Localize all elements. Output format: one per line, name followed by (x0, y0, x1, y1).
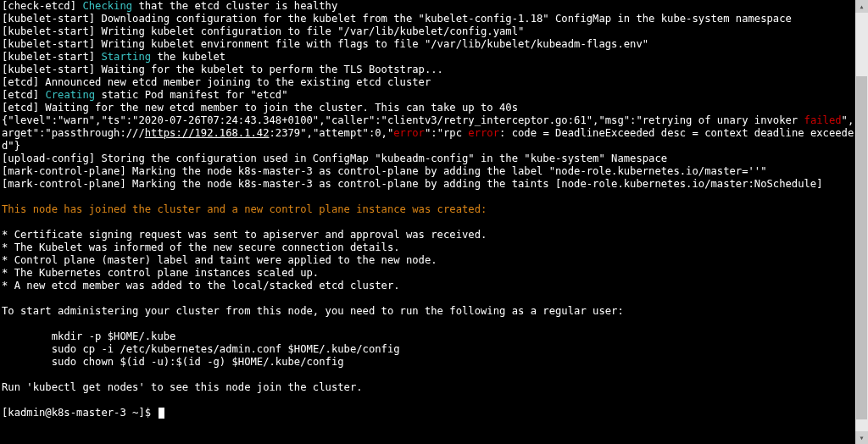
terminal-line: [check-etcd] Checking that the etcd clus… (2, 0, 866, 13)
terminal-line: mkdir -p $HOME/.kube (2, 330, 866, 343)
terminal-line: * Certificate signing request was sent t… (2, 229, 866, 241)
terminal-text: :2379","attempt":0," (270, 127, 394, 139)
terminal-text: * Certificate signing request was sent t… (2, 229, 487, 241)
terminal-line: [kubelet-start] Waiting for the kubelet … (2, 64, 866, 76)
scroll-up-button[interactable]: ▴ (855, 0, 868, 13)
terminal-text: error (393, 127, 425, 139)
terminal-text: the kubelet (151, 51, 225, 63)
terminal-text: {"level":"warn","ts":"2020-07-26T07:24:4… (2, 114, 804, 126)
terminal-text: sudo chown $(id -u):$(id -g) $HOME/.kube… (2, 356, 344, 368)
terminal-text: [check-etcd] (2, 0, 82, 12)
terminal-line: {"level":"warn","ts":"2020-07-26T07:24:4… (2, 114, 866, 153)
terminal-text: [kubelet-start] Waiting for the kubelet … (2, 64, 443, 75)
cursor-icon (159, 408, 164, 419)
terminal-text: Creating (45, 89, 95, 101)
terminal-line: * Control plane (master) label and taint… (2, 254, 866, 267)
terminal-text: Starting (101, 51, 151, 63)
terminal-line: [kubelet-start] Writing kubelet configur… (2, 25, 866, 38)
terminal-text: To start administering your cluster from… (2, 305, 624, 317)
terminal-line: [mark-control-plane] Marking the node k8… (2, 178, 866, 191)
terminal-line: [kubelet-start] Downloading configuratio… (2, 13, 866, 25)
triangle-down-icon: ▾ (859, 431, 864, 444)
terminal-text: sudo cp -i /etc/kubernetes/admin.conf $H… (2, 343, 400, 355)
terminal-text (2, 318, 8, 330)
terminal-text: mkdir -p $HOME/.kube (2, 330, 175, 342)
terminal-line: * A new etcd member was added to the loc… (2, 280, 866, 292)
terminal-text: [kubelet-start] Downloading configuratio… (2, 13, 792, 25)
terminal-text: [etcd] Announced new etcd member joining… (2, 76, 431, 88)
terminal-text: [upload-config] Storing the configuratio… (2, 153, 667, 164)
terminal-text: https://192.168.1.42 (145, 127, 270, 139)
terminal-text: [kubelet-start] Writing kubelet environm… (2, 38, 648, 50)
terminal-line: [etcd] Creating static Pod manifest for … (2, 89, 866, 102)
terminal-text (2, 191, 8, 203)
terminal-text: [mark-control-plane] Marking the node k8… (2, 178, 823, 190)
terminal-line: [kubelet-start] Starting the kubelet (2, 51, 866, 64)
terminal-line: [etcd] Announced new etcd member joining… (2, 76, 866, 89)
terminal-text: * Control plane (master) label and taint… (2, 254, 437, 266)
terminal-line (2, 369, 866, 381)
terminal-text: error (468, 127, 499, 139)
terminal-line: * The Kubelet was informed of the new se… (2, 241, 866, 254)
terminal-text: Run 'kubectl get nodes' to see this node… (2, 381, 363, 393)
terminal-line: [etcd] Waiting for the new etcd member t… (2, 102, 866, 114)
scrollbar-thumb[interactable] (856, 76, 867, 419)
terminal-text (2, 394, 8, 406)
terminal-text: * The Kubernetes control plane instances… (2, 267, 319, 279)
terminal-line: [kubelet-start] Writing kubelet environm… (2, 38, 866, 51)
terminal-text: [etcd] Waiting for the new etcd member t… (2, 102, 518, 114)
terminal-text: [etcd] (2, 89, 45, 101)
terminal-text: This node has joined the cluster and a n… (2, 203, 487, 215)
terminal-output[interactable]: [check-etcd] Checking that the etcd clus… (0, 0, 868, 419)
terminal-line (2, 191, 866, 203)
terminal-line (2, 292, 866, 305)
terminal-text: failed (804, 114, 842, 126)
terminal-line: [mark-control-plane] Marking the node k8… (2, 165, 866, 178)
terminal-text (2, 292, 8, 304)
terminal-text (2, 369, 8, 380)
terminal-line: sudo chown $(id -u):$(id -g) $HOME/.kube… (2, 356, 866, 369)
terminal-line: sudo cp -i /etc/kubernetes/admin.conf $H… (2, 343, 866, 356)
scroll-down-button[interactable]: ▾ (855, 431, 868, 444)
terminal-text: [kubelet-start] Writing kubelet configur… (2, 25, 524, 37)
terminal-text: that the etcd cluster is healthy (132, 0, 337, 12)
terminal-text: [mark-control-plane] Marking the node k8… (2, 165, 767, 177)
terminal-line: This node has joined the cluster and a n… (2, 203, 866, 216)
terminal-line (2, 216, 866, 229)
terminal-prompt: [kadmin@k8s-master-3 ~]$ (2, 407, 157, 419)
terminal-line (2, 318, 866, 330)
terminal-text: [kubelet-start] (2, 51, 101, 63)
triangle-up-icon: ▴ (859, 0, 864, 13)
terminal-line: * The Kubernetes control plane instances… (2, 267, 866, 280)
terminal-text: Checking (82, 0, 132, 12)
terminal-line: To start administering your cluster from… (2, 305, 866, 318)
terminal-line (2, 394, 866, 407)
terminal-text (2, 216, 8, 228)
scrollbar[interactable]: ▴ ▾ (855, 0, 868, 444)
terminal-text: static Pod manifest for "etcd" (95, 89, 287, 101)
terminal-text: * A new etcd member was added to the loc… (2, 280, 400, 291)
terminal-line: Run 'kubectl get nodes' to see this node… (2, 381, 866, 394)
terminal-text: ":"rpc (425, 127, 468, 139)
terminal-text: * The Kubelet was informed of the new se… (2, 241, 400, 253)
terminal-line: [upload-config] Storing the configuratio… (2, 153, 866, 165)
terminal-prompt-line[interactable]: [kadmin@k8s-master-3 ~]$ (2, 407, 866, 419)
